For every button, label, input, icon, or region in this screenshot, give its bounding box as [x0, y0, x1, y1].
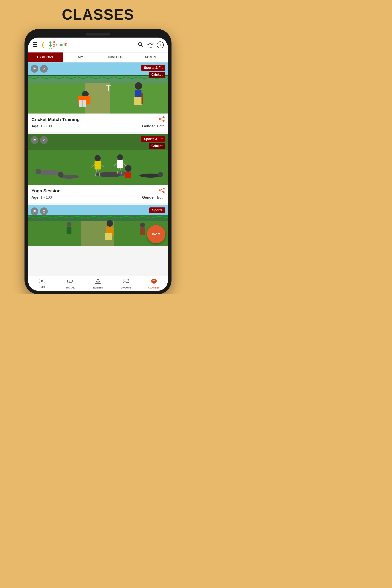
svg-point-82	[140, 222, 145, 228]
tab-explore[interactable]: EXPLORE	[28, 52, 63, 62]
svg-point-66	[159, 190, 160, 191]
svg-rect-24	[110, 85, 110, 91]
invite-button[interactable]: Invite	[147, 225, 166, 243]
svg-point-67	[163, 188, 164, 189]
card-3-flags: ⚑ ⊘	[30, 208, 48, 215]
svg-line-11	[54, 45, 55, 47]
card-2-badges: Sports & Fit Cricket	[141, 136, 166, 149]
card-image-1: ⚑ ⊘ Sports & Fit Cricket	[28, 62, 168, 114]
svg-line-40	[160, 120, 163, 120]
flag-button-1[interactable]: ⚑	[30, 65, 38, 73]
live-icon[interactable]: LIVE	[147, 41, 153, 49]
category-badge-3: Sports	[149, 208, 166, 213]
invite-overlay: Invite	[147, 225, 166, 243]
events-icon	[95, 278, 101, 286]
card-2-title: Yoga Session	[32, 188, 61, 194]
svg-point-89	[127, 279, 129, 281]
card-1-age: Age 1 - 100	[32, 124, 52, 128]
block-button-1[interactable]: ⊘	[40, 65, 48, 73]
svg-point-6	[53, 41, 55, 43]
card-2-title-row: Yoga Session	[32, 188, 164, 194]
nav-groups[interactable]: GROUPS	[112, 278, 140, 289]
groups-label: GROUPS	[121, 286, 131, 289]
svg-rect-33	[79, 100, 82, 108]
classes-label: CLASSES	[148, 286, 160, 289]
share-button-1[interactable]	[159, 116, 164, 123]
svg-point-88	[124, 279, 126, 281]
tabs-bar: EXPLORE MY INVITED ADMIN	[28, 52, 168, 62]
svg-rect-22	[107, 85, 108, 91]
svg-point-62	[158, 172, 163, 177]
tab-my[interactable]: MY	[63, 52, 98, 62]
svg-line-5	[50, 46, 52, 48]
share-button-2[interactable]	[159, 188, 164, 194]
tab-admin[interactable]: ADMIN	[133, 52, 168, 62]
svg-line-70	[160, 191, 163, 192]
block-button-3[interactable]: ⊘	[40, 208, 48, 215]
tab-invited[interactable]: INVITED	[98, 52, 133, 62]
hamburger-icon[interactable]: ☰	[32, 42, 37, 48]
svg-rect-56	[117, 160, 123, 168]
svg-rect-25	[106, 85, 111, 86]
svg-line-39	[160, 118, 163, 118]
svg-rect-72	[28, 215, 168, 221]
card-2-meta: Age 1 - 100 Gender Both	[32, 196, 164, 200]
logo-svg: sport Z g	[40, 40, 67, 50]
flag-button-2[interactable]: ⚑	[30, 136, 38, 144]
header-right: LIVE +	[138, 41, 164, 49]
svg-rect-30	[142, 93, 143, 104]
bottom-nav: Tube SOCIAL	[28, 276, 168, 291]
card-1-info: Cricket Match Training	[28, 114, 168, 132]
svg-text:g: g	[66, 42, 67, 47]
classes-icon	[151, 278, 157, 286]
phone-shell: ☰	[24, 29, 172, 294]
card-1-meta: Age 1 - 100 Gender Both	[32, 124, 164, 128]
phone-notch	[86, 33, 110, 36]
card-image-3: ⚑ ⊘ Sports Invite	[28, 205, 168, 246]
svg-rect-83	[140, 228, 145, 234]
card-1-flags: ⚑ ⊘	[30, 65, 48, 73]
nav-events[interactable]: EVENTS	[84, 278, 112, 289]
svg-point-44	[36, 169, 41, 174]
svg-point-49	[94, 155, 101, 161]
nav-classes[interactable]: CLASSES	[140, 278, 168, 289]
svg-line-10	[53, 45, 54, 47]
block-button-2[interactable]: ⊘	[40, 136, 48, 144]
social-icon	[67, 278, 73, 286]
svg-point-36	[159, 118, 160, 120]
svg-rect-28	[134, 97, 138, 105]
flag-button-3[interactable]: ⚑	[30, 208, 38, 215]
nav-tube[interactable]: Tube	[28, 278, 56, 289]
card-2-info: Yoga Session	[28, 185, 168, 203]
svg-rect-23	[108, 85, 109, 91]
card-1-title-row: Cricket Match Training	[32, 116, 164, 123]
nav-social[interactable]: SOCIAL	[56, 278, 84, 289]
age-value-1: 1 - 100	[40, 124, 52, 128]
app-header: ☰	[28, 38, 168, 52]
sport-badge-2: Cricket	[149, 143, 166, 149]
card-1-title: Cricket Match Training	[32, 117, 80, 122]
svg-rect-77	[105, 233, 108, 240]
age-label-2: Age	[32, 196, 38, 200]
gender-label-1: Gender	[142, 124, 155, 128]
gender-value-2: Both	[157, 196, 164, 200]
gender-label-2: Gender	[142, 196, 155, 200]
card-2-age: Age 1 - 100	[32, 196, 52, 200]
svg-point-0	[50, 42, 52, 44]
class-card-1: ⚑ ⊘ Sports & Fit Cricket Cricket Match T…	[28, 62, 168, 132]
svg-point-65	[58, 172, 64, 177]
svg-marker-85	[41, 280, 44, 282]
svg-rect-34	[82, 100, 86, 108]
card-2-gender: Gender Both	[142, 196, 164, 200]
card-1-badges: Sports & Fit Cricket	[141, 65, 166, 78]
tube-label: Tube	[40, 286, 45, 288]
sport-badge-1: Cricket	[149, 72, 166, 78]
search-icon[interactable]	[138, 42, 143, 48]
svg-point-38	[163, 120, 164, 122]
phone-screen: ☰	[28, 38, 168, 291]
card-image-2: ⚑ ⊘ Sports & Fit Cricket	[28, 134, 168, 185]
age-value-2: 1 - 100	[40, 196, 52, 200]
logo-container[interactable]: sport Z g	[40, 40, 67, 50]
category-badge-1: Sports & Fit	[141, 65, 166, 71]
add-button[interactable]: +	[157, 42, 164, 48]
